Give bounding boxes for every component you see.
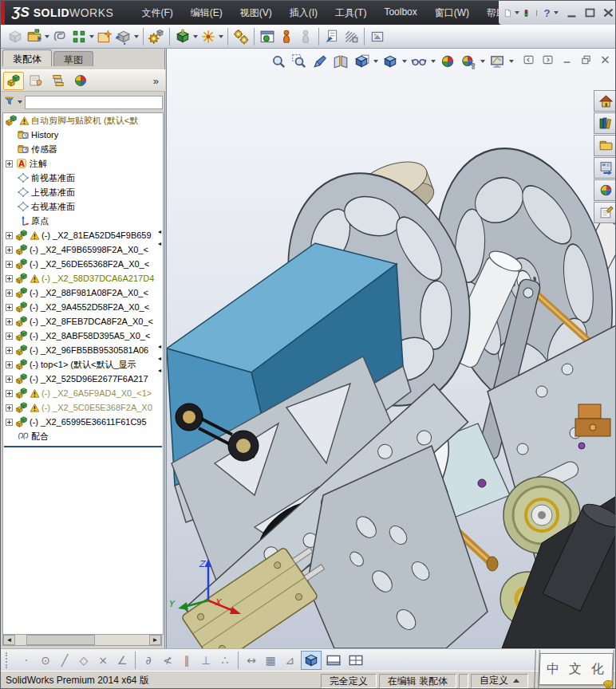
expand-plus-box[interactable] (6, 232, 13, 239)
new-document-dropdown[interactable] (515, 11, 519, 14)
open-part-button-dropdown[interactable] (45, 35, 49, 38)
clipped-text-arrow[interactable]: ◂ (158, 228, 164, 236)
tree-horizontal-scrollbar[interactable]: ◄ ► (2, 634, 162, 646)
sketch-relation-icon[interactable]: ≮ (158, 654, 177, 667)
clipped-text-arrow[interactable]: ◂ (158, 367, 164, 375)
linear-component-pattern-button[interactable] (69, 27, 89, 46)
menu-toolbox[interactable]: Toolbox (377, 3, 424, 23)
sketch-relation-icon[interactable]: × (93, 654, 113, 667)
expand-plus-box[interactable] (6, 333, 13, 340)
tree-item[interactable]: 右视基准面 (3, 199, 163, 214)
expand-plus-box[interactable] (6, 376, 13, 383)
sketch-relation-icon[interactable]: ↔ (242, 654, 261, 667)
tree-item[interactable]: A注解 (3, 156, 163, 171)
tree-item[interactable]: (-) _X2_8ABF58D395A5_X0_< (3, 329, 163, 343)
view-palette-button[interactable] (594, 157, 616, 179)
tree-item[interactable]: 上视基准面 (3, 185, 163, 199)
menu-tools[interactable]: 工具(T) (328, 3, 373, 23)
design-library-button[interactable] (594, 112, 616, 134)
view-orientation-button-dropdown[interactable] (373, 60, 378, 63)
expand-plus-box[interactable] (6, 318, 13, 325)
expand-plus-box[interactable] (6, 404, 13, 411)
assembly-features-button-dropdown[interactable] (193, 35, 198, 38)
four-viewport-button[interactable] (346, 651, 366, 670)
expand-plus-box[interactable] (6, 275, 13, 282)
scroll-left-arrow[interactable]: ◄ (3, 635, 15, 645)
move-component-button[interactable] (114, 27, 133, 46)
sketch-relation-icon[interactable]: · (17, 654, 36, 667)
configurationmanager-tab[interactable] (48, 72, 69, 90)
tree-item[interactable]: (-) _X2_525D96E2677F6A217 (3, 372, 163, 386)
tree-item[interactable]: 原点 (3, 214, 163, 228)
tree-item[interactable]: (-) _X2_81EA52D54F9B659 (3, 228, 163, 242)
expand-plus-box[interactable] (6, 246, 13, 254)
filter-funnel-icon[interactable] (3, 95, 15, 110)
shaded-with-edges-button[interactable] (301, 651, 322, 670)
appearances-scenes-button[interactable] (594, 179, 616, 201)
child-restore-button[interactable] (578, 53, 593, 66)
display-style-button-dropdown[interactable] (402, 60, 407, 63)
apply-scene-button[interactable] (459, 52, 478, 71)
instant3d-button[interactable] (368, 27, 387, 46)
tree-item[interactable]: (-) _X2_65995E36611F61C95 (3, 415, 163, 429)
sketch-relation-icon[interactable]: ∴ (215, 654, 235, 667)
customize-cell[interactable]: 自定义 (471, 674, 528, 688)
manager-overflow-chevron[interactable]: » (153, 75, 159, 87)
help-dropdown[interactable] (554, 11, 559, 14)
propertymanager-tab[interactable] (26, 72, 46, 90)
sketch-relation-icon[interactable]: ∂ (139, 654, 158, 667)
tree-item[interactable]: (-) _X2_9A4552D58F2A_X0_< (3, 300, 163, 314)
close-button[interactable] (601, 5, 616, 21)
sketch-relation-icon[interactable]: ⊿ (280, 654, 299, 667)
expand-plus-box[interactable] (6, 390, 13, 397)
featuremanager-tree-tab[interactable] (3, 72, 24, 90)
single-viewport-button[interactable] (323, 651, 344, 670)
assembly-xpert-button[interactable] (342, 27, 361, 46)
clipped-text-arrow[interactable]: ◂ (158, 240, 164, 248)
file-explorer-button[interactable] (594, 135, 616, 156)
customize-up-arrow[interactable] (513, 679, 519, 683)
view-settings-button[interactable] (488, 52, 507, 71)
tree-item[interactable]: (-) _X2_96FB5BB9530581A06 (3, 343, 163, 357)
tree-item[interactable]: (-) _X2_6A5F9AD4_X0_<1> (3, 386, 163, 400)
insert-component-button[interactable] (6, 27, 25, 46)
feature-tree[interactable]: 自动剪脚与贴胶机 (默认<默History传感器A注解前视基准面上视基准面右视基… (2, 112, 164, 635)
network-status-icon[interactable] (522, 5, 531, 21)
sketch-relation-icon[interactable]: ◇ (74, 654, 93, 667)
clipped-text-arrow[interactable]: ◂ (158, 343, 164, 351)
menu-insert[interactable]: 插入(I) (282, 3, 325, 23)
tab-sketch[interactable]: 草图 (53, 51, 93, 66)
rollback-bar[interactable] (4, 446, 162, 447)
open-part-button[interactable] (25, 27, 44, 46)
pane-right-button[interactable] (540, 53, 555, 66)
3d-model-scene[interactable]: Z X Y (167, 49, 616, 648)
assembly-features-button[interactable] (173, 27, 192, 46)
help-icon[interactable]: ? (543, 5, 551, 21)
reference-geometry-button-dropdown[interactable] (219, 35, 223, 38)
view-orientation-button[interactable] (352, 52, 371, 71)
expand-plus-box[interactable] (6, 304, 13, 311)
exploded-view-button[interactable] (277, 27, 296, 46)
pane-left-button[interactable] (521, 53, 535, 66)
apply-scene-button-dropdown[interactable] (480, 60, 485, 63)
clipped-text-arrow[interactable]: ◂ (158, 355, 164, 363)
tree-item[interactable]: (-) _X2_8FEB7DCA8F2A_X0_< (3, 314, 163, 329)
tree-item[interactable]: 前视基准面 (3, 171, 163, 185)
tree-item[interactable]: 传感器 (3, 142, 163, 156)
view-settings-button-dropdown[interactable] (509, 60, 514, 63)
tree-item[interactable]: 配合 (3, 429, 163, 443)
tree-item[interactable]: (-) _X2_5C0E5E368F2A_X0 (3, 400, 163, 415)
options-slim-icon[interactable] (532, 5, 541, 21)
section-view-button[interactable] (331, 52, 350, 71)
reference-geometry-button[interactable] (199, 27, 218, 46)
toolbar-grip[interactable] (6, 652, 12, 668)
linear-component-pattern-button-dropdown[interactable] (89, 35, 94, 38)
child-minimize-button[interactable] (559, 53, 574, 66)
custom-properties-button[interactable] (594, 202, 616, 223)
bill-of-materials-button[interactable] (258, 27, 277, 46)
new-motion-study-button[interactable] (231, 27, 251, 46)
tree-item[interactable]: (-) _X2_88F981A08F2A_X0_< (3, 285, 163, 300)
purple-screw[interactable] (478, 479, 486, 487)
sketch-relation-icon[interactable]: ⊙ (36, 654, 55, 667)
home-tab-button[interactable] (594, 90, 616, 112)
